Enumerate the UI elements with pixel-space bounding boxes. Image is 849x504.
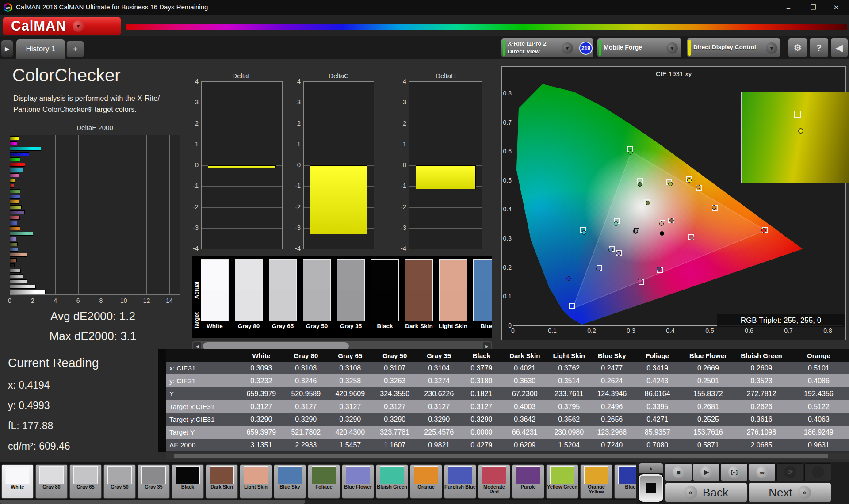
column-header: Gray 80	[284, 352, 328, 359]
patch-tile-label: Orange Yellow	[581, 485, 612, 494]
patch-tile-orange-yellow[interactable]: Orange Yellow	[580, 464, 612, 499]
patch-color-swatch	[346, 466, 370, 484]
patch-tile-blue[interactable]: Blue	[614, 464, 636, 499]
table-cell: 0.3258	[328, 377, 372, 385]
patch-tile-label: Yellow Green	[547, 485, 578, 489]
table-cell: 0.4063	[788, 416, 849, 424]
table-cell: 0.4086	[788, 377, 849, 385]
patch-tile-purple[interactable]: Purple	[512, 464, 544, 499]
table-cell: 659.3979	[239, 390, 284, 398]
target-swatch	[235, 290, 262, 321]
cie-point-blue-flower	[616, 251, 621, 256]
meter-dropdown-icon[interactable]: ▼	[562, 42, 573, 54]
gridline	[304, 145, 374, 145]
delta-e-bar-blue-sat-	[10, 152, 29, 156]
calman-logo-button[interactable]: CalMAN ▼	[3, 17, 121, 35]
table-cell: 0.4003	[502, 403, 547, 411]
reading-y: y: 0.4993	[8, 400, 50, 412]
patch-tile-gray-65[interactable]: Gray 65	[69, 464, 102, 499]
close-button[interactable]: ✕	[825, 0, 847, 15]
strip-patch-black	[371, 259, 399, 321]
add-tab-button[interactable]: +	[66, 41, 84, 57]
next-button[interactable]: Next »	[748, 483, 831, 502]
patch-tile-gray-50[interactable]: Gray 50	[103, 464, 136, 499]
patch-tile-foliage[interactable]: Foliage	[308, 464, 340, 499]
strip-patch-label: White	[198, 323, 231, 329]
refresh-button[interactable]: ⟳	[776, 463, 803, 481]
table-cell: 0.3127	[328, 403, 372, 411]
patch-tile-blue-flower[interactable]: Blue Flower	[342, 464, 374, 499]
table-scroll-thumb[interactable]	[174, 454, 828, 458]
gridline	[409, 103, 482, 103]
delta-e-x-tick: 6	[72, 297, 85, 304]
patch-tile-dark-skin[interactable]: Dark Skin	[206, 464, 238, 499]
target-row-label: Target	[193, 293, 200, 338]
stop-measure-button[interactable]	[639, 474, 663, 502]
table-cell: 1.5204	[547, 441, 591, 449]
next-label: Next	[769, 486, 792, 500]
cie-point-dark-skin	[669, 218, 674, 223]
patch-tile-purplish-blue[interactable]: Purplish Blue	[444, 464, 476, 499]
maximize-button[interactable]: ❐	[802, 0, 824, 15]
patch-bar-scroll-thumb[interactable]	[0, 500, 305, 504]
patch-tile-bluish-green[interactable]: Bluish Green	[376, 464, 408, 499]
patch-tile-label: Blue Sky	[274, 485, 306, 489]
patch-tile-blue-sky[interactable]: Blue Sky	[274, 464, 306, 499]
patch-tile-white[interactable]: White	[1, 464, 34, 499]
play-button[interactable]: ▶	[693, 463, 720, 481]
patch-tile-yellow-green[interactable]: Yellow Green	[546, 464, 578, 499]
column-header: Dark Skin	[502, 352, 547, 359]
table-cell: 0.0000	[461, 428, 502, 436]
patch-tile-gray-35[interactable]: Gray 35	[138, 464, 170, 499]
patch-tile-orange[interactable]: Orange	[410, 464, 442, 499]
patch-tile-label: Moderate Red	[478, 485, 510, 494]
deltaL-y-tick: 1	[185, 140, 199, 148]
display-control-selector[interactable]: Direct Display Control ▼	[687, 38, 780, 57]
table-cell: 0.2609	[734, 364, 788, 372]
settings-button[interactable]: ⚙	[788, 38, 807, 57]
deltaC-title: DeltaC	[303, 72, 374, 80]
stop-small-icon: ■	[673, 466, 685, 478]
delta-e-bar-orange	[10, 226, 20, 230]
logo-dropdown-icon[interactable]: ▼	[73, 20, 84, 32]
help-button[interactable]: ?	[809, 38, 829, 57]
panel-collapse-button[interactable]: ◀	[830, 38, 848, 57]
display-dropdown-icon[interactable]: ▼	[766, 42, 777, 54]
gear-icon: ⚙	[794, 42, 802, 53]
table-row-target-y: Target Y659.3979521.7802420.4300323.7781…	[166, 426, 849, 439]
patch-tile-light-skin[interactable]: Light Skin	[240, 464, 272, 499]
table-cell: 0.3127	[417, 403, 461, 411]
patch-tile-gray-80[interactable]: Gray 80	[35, 464, 68, 499]
patch-tile-black[interactable]: Black	[172, 464, 204, 499]
table-cell: 0.2669	[682, 364, 735, 372]
extra-button[interactable]	[804, 463, 831, 481]
table-cell: 0.3290	[461, 416, 502, 424]
strip-patch-label: Gray 50	[300, 323, 333, 329]
collapse-panel-button[interactable]: ▲	[639, 463, 663, 473]
patch-tile-moderate-red[interactable]: Moderate Red	[478, 464, 510, 499]
table-scrollbar[interactable]	[166, 453, 849, 459]
frame-step-button[interactable]: [··]	[721, 463, 748, 481]
patch-tile-label: Purple	[512, 485, 544, 489]
minimize-button[interactable]: –	[777, 0, 799, 15]
patch-bar-scrollbar[interactable]	[0, 500, 636, 504]
table-cell: 0.3104	[417, 364, 461, 372]
tab-history-1[interactable]: History 1	[16, 39, 65, 59]
workflow-nav-button[interactable]: ▶	[1, 40, 13, 57]
cie-point-green-sat-	[628, 150, 633, 155]
table-cell: 225.4576	[417, 428, 461, 436]
header: CalMAN ▼	[0, 15, 849, 36]
back-button[interactable]: « Back	[665, 483, 747, 502]
delta-e-bar-red-sat-	[10, 163, 25, 167]
source-selector[interactable]: Mobile Forge ▼	[597, 38, 682, 57]
table-cell: 0.3290	[239, 416, 284, 424]
deltaH-y-tick: 1	[393, 140, 406, 148]
source-dropdown-icon[interactable]: ▼	[666, 42, 678, 54]
meter-selector[interactable]: X-Rite i1Pro 2Direct View ▼ 219	[501, 38, 594, 57]
table-cell: 2.0685	[734, 441, 788, 449]
cie-1931-panel: CIE 1931 xy	[501, 66, 846, 340]
cie-point-cyan-sat-	[582, 230, 586, 235]
deltaC-y-tick: -3	[287, 224, 301, 231]
continuous-read-button[interactable]: ∞	[749, 463, 776, 481]
stop-button[interactable]: ■	[665, 463, 692, 481]
